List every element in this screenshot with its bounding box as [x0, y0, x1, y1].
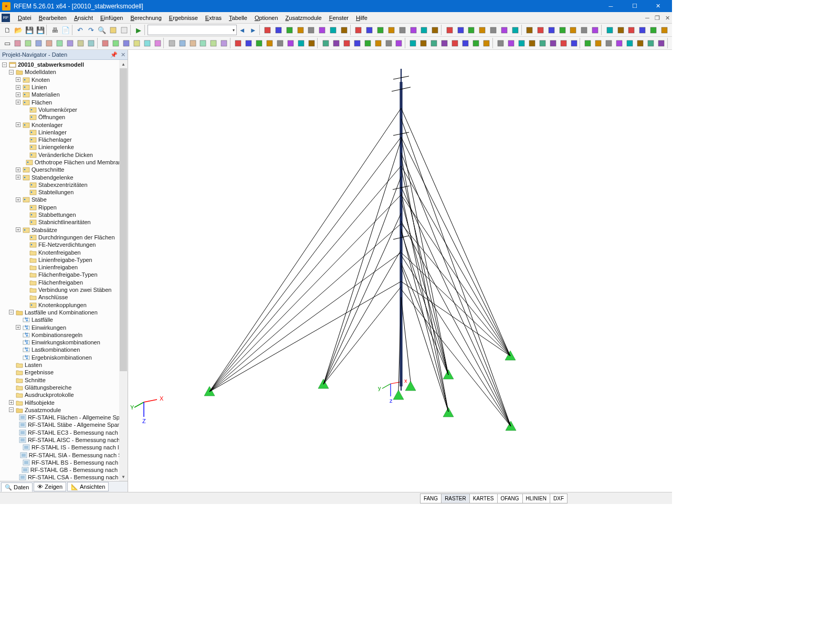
- panel-pin-icon[interactable]: 📌: [110, 51, 118, 58]
- lc-next-icon[interactable]: ►: [248, 24, 259, 36]
- tool1-21[interactable]: [499, 24, 510, 36]
- draw-6[interactable]: [76, 37, 86, 49]
- tool1-18[interactable]: [466, 24, 477, 36]
- tool1-33[interactable]: [637, 24, 648, 36]
- tree-row[interactable]: RF-STAHL Flächen - Allgemeine Spannungsa…: [2, 414, 128, 421]
- tree-row[interactable]: −Zusatzmodule: [2, 406, 128, 414]
- tool2-39[interactable]: [656, 37, 667, 49]
- tool2-38[interactable]: [646, 37, 656, 49]
- expander-icon[interactable]: [16, 468, 19, 472]
- tool1-32[interactable]: [626, 24, 637, 36]
- tool2-33[interactable]: [593, 37, 604, 49]
- lc-prev-icon[interactable]: ◄: [237, 24, 248, 36]
- tool2-14[interactable]: [383, 37, 394, 49]
- saveall-icon[interactable]: 💾: [35, 24, 46, 36]
- tool2-15[interactable]: [394, 37, 404, 49]
- navtab-daten[interactable]: 🔍Daten: [1, 482, 33, 492]
- tree-row[interactable]: RF-STAHL IS - Bemessung nach IS: [2, 444, 128, 451]
- draw-1[interactable]: [23, 37, 34, 49]
- view-4[interactable]: [208, 37, 219, 49]
- tree-row[interactable]: +Stabsätze: [2, 226, 128, 234]
- tool2-21[interactable]: [460, 37, 471, 49]
- menu-tabelle[interactable]: Tabelle: [225, 14, 251, 22]
- tool2-22[interactable]: [471, 37, 481, 49]
- tool1-31[interactable]: [615, 24, 626, 36]
- tool2-0[interactable]: [233, 37, 244, 49]
- tree-row[interactable]: Anschlüsse: [2, 293, 128, 301]
- expander-icon[interactable]: [23, 265, 27, 270]
- expander-icon[interactable]: [16, 415, 17, 420]
- tree-row[interactable]: Durchdringungen der Flächen: [2, 234, 128, 241]
- edit-0[interactable]: [100, 37, 111, 49]
- tool2-17[interactable]: [418, 37, 429, 49]
- menu-zusatzmodule[interactable]: Zusatzmodule: [282, 14, 326, 22]
- draw-5[interactable]: [65, 37, 76, 49]
- tree-view[interactable]: −20010_stabwerksmodell−Modelldaten+Knote…: [0, 60, 128, 481]
- tree-row[interactable]: Liniengelenke: [2, 143, 128, 151]
- table-icon[interactable]: [119, 24, 130, 36]
- tool1-30[interactable]: [604, 24, 615, 36]
- mdi-close-icon[interactable]: ✕: [663, 14, 671, 22]
- expander-icon[interactable]: [23, 243, 27, 247]
- status-ofang[interactable]: OFANG: [497, 494, 523, 503]
- tree-row[interactable]: ↯Kombinationsregeln: [2, 331, 128, 339]
- view-2[interactable]: [187, 37, 198, 49]
- tree-row[interactable]: −20010_stabwerksmodell: [2, 61, 128, 68]
- tool1-24[interactable]: [535, 24, 546, 36]
- expander-icon[interactable]: [23, 302, 27, 307]
- tool2-9[interactable]: [331, 37, 341, 49]
- tool2-24[interactable]: [495, 37, 506, 49]
- edit-5[interactable]: [152, 37, 163, 49]
- tree-row[interactable]: FE-Netzverdichtungen: [2, 241, 128, 248]
- expander-icon[interactable]: [16, 423, 17, 427]
- tool2-37[interactable]: [635, 37, 646, 49]
- tree-row[interactable]: +Querschnitte: [2, 166, 128, 173]
- navtab-zeigen[interactable]: 👁Zeigen: [34, 482, 66, 491]
- tree-row[interactable]: Rippen: [2, 204, 128, 211]
- view-5[interactable]: [219, 37, 229, 49]
- zoom-icon[interactable]: 🔍: [97, 24, 108, 36]
- expander-icon[interactable]: [9, 363, 14, 368]
- draw-2[interactable]: [34, 37, 44, 49]
- tool2-23[interactable]: [481, 37, 492, 49]
- status-raster[interactable]: RASTER: [441, 494, 470, 503]
- menu-extras[interactable]: Extras: [202, 14, 225, 22]
- tree-row[interactable]: +Stabendgelenke: [2, 173, 128, 181]
- nav-icon[interactable]: [108, 24, 119, 36]
- expander-icon[interactable]: [23, 190, 27, 195]
- expander-icon[interactable]: +: [9, 400, 14, 405]
- tree-row[interactable]: Orthotrope Flächen und Membranen: [2, 159, 128, 166]
- menu-fenster[interactable]: Fenster: [326, 14, 352, 22]
- status-kartes[interactable]: KARTES: [469, 494, 498, 503]
- tool2-26[interactable]: [516, 37, 527, 49]
- tree-row[interactable]: Ergebnisse: [2, 369, 128, 376]
- tool1-12[interactable]: [397, 24, 408, 36]
- expander-icon[interactable]: [16, 430, 17, 435]
- save-icon[interactable]: 💾: [24, 24, 35, 36]
- tool1-5[interactable]: [317, 24, 328, 36]
- expander-icon[interactable]: [23, 205, 27, 209]
- tree-row[interactable]: Flächenlager: [2, 136, 128, 143]
- tool1-25[interactable]: [546, 24, 557, 36]
- draw-0[interactable]: [13, 37, 23, 49]
- scroll-down-icon[interactable]: ▼: [119, 472, 128, 481]
- status-dxf[interactable]: DXF: [550, 494, 568, 503]
- tool1-35[interactable]: [659, 24, 670, 36]
- tool2-3[interactable]: [265, 37, 275, 49]
- tree-row[interactable]: ↯Ergebniskombinationen: [2, 354, 128, 361]
- tool1-6[interactable]: [328, 24, 339, 36]
- edit-4[interactable]: [142, 37, 152, 49]
- expander-icon[interactable]: +: [16, 85, 20, 90]
- tool1-23[interactable]: [524, 24, 535, 36]
- tree-row[interactable]: RF-STAHL GB - Bemessung nach GB: [2, 466, 128, 474]
- expander-icon[interactable]: −: [2, 62, 7, 67]
- tool2-25[interactable]: [506, 37, 516, 49]
- tree-row[interactable]: Flächenfreigabe-Typen: [2, 271, 128, 278]
- maximize-button[interactable]: ☐: [623, 0, 646, 12]
- menu-bearbeiten[interactable]: Bearbeiten: [35, 14, 70, 22]
- expander-icon[interactable]: [23, 250, 27, 255]
- tool1-13[interactable]: [408, 24, 419, 36]
- edit-1[interactable]: [110, 37, 121, 49]
- tree-row[interactable]: Öffnungen: [2, 113, 128, 121]
- expander-icon[interactable]: −: [9, 407, 14, 412]
